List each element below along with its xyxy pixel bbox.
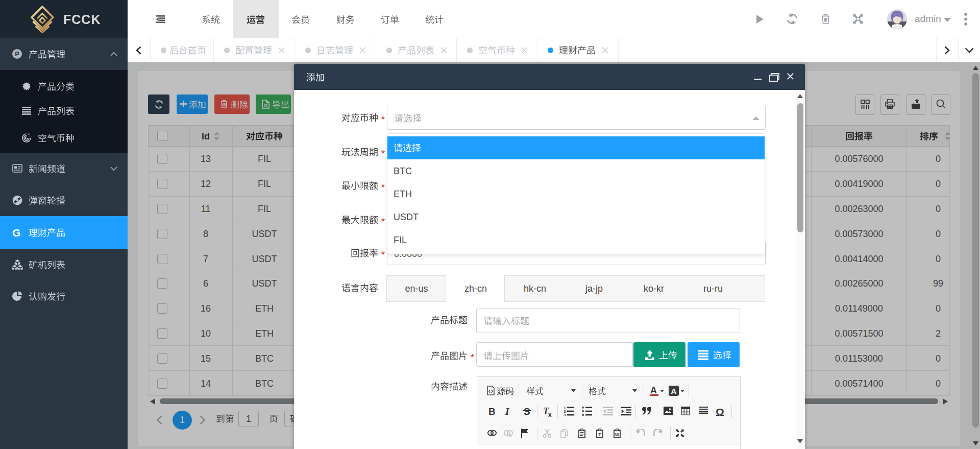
- svg-text:W: W: [615, 432, 620, 437]
- svg-text:3: 3: [564, 413, 566, 416]
- svg-text:T: T: [598, 432, 601, 437]
